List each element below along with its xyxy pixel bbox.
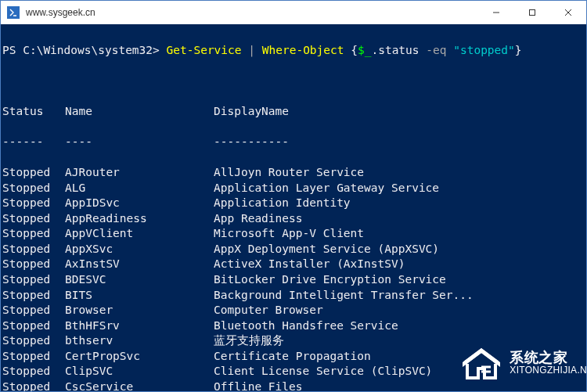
dash-status: ------ [2, 135, 65, 150]
cell-name: AppXSvc [65, 242, 214, 257]
watermark-text: 系统之家 XITONGZHIJIA.N [510, 351, 587, 376]
svg-rect-1 [530, 10, 535, 16]
cell-name: AppReadiness [65, 211, 214, 227]
variable: $_ [358, 44, 371, 56]
cmdlet-get-service: Get-Service [167, 44, 242, 56]
cell-status: Stopped [2, 242, 65, 257]
table-row: StoppedAppReadinessApp Readiness [2, 211, 585, 227]
cell-name: Browser [65, 303, 214, 318]
cell-name: AppIDSvc [65, 196, 214, 211]
cell-status: Stopped [2, 333, 65, 349]
minimize-button[interactable] [478, 1, 514, 24]
string-literal: "stopped" [453, 44, 515, 56]
cell-status: Stopped [2, 165, 65, 181]
terminal-pane[interactable]: PS C:\Windows\system32> Get-Service | Wh… [1, 24, 586, 391]
cell-display: BitLocker Drive Encryption Service [214, 272, 446, 288]
table-row: StoppedAJRouterAllJoyn Router Service [2, 165, 585, 181]
table-row: StoppedAppXSvcAppX Deployment Service (A… [2, 242, 585, 257]
maximize-button[interactable] [514, 1, 550, 24]
cell-display: Client License Service (ClipSVC) [214, 364, 432, 379]
cell-status: Stopped [2, 379, 65, 391]
watermark-en: XITONGZHIJIA.N [510, 365, 587, 376]
cell-status: Stopped [2, 318, 65, 334]
cell-name: CertPropSvc [65, 349, 214, 365]
cell-name: AppVClient [65, 226, 214, 242]
powershell-window: www.sysgeek.cn PS C:\Windows\system32> G… [0, 0, 587, 392]
cmdlet-where-object: Where-Object [262, 44, 344, 56]
table-row: StoppedAppVClientMicrosoft App-V Client [2, 226, 585, 242]
watermark-cn: 系统之家 [510, 351, 587, 366]
table-row: StoppedBDESVCBitLocker Drive Encryption … [2, 272, 585, 288]
close-button[interactable] [550, 1, 586, 24]
cell-display: Application Layer Gateway Service [214, 181, 439, 196]
cell-display: Application Identity [214, 196, 351, 211]
cell-name: CscService [65, 379, 214, 391]
blank-line [2, 74, 585, 89]
cell-name: AJRouter [65, 165, 214, 181]
brace-open: { [344, 44, 358, 56]
cell-status: Stopped [2, 272, 65, 288]
header-row: StatusNameDisplayName [2, 104, 585, 120]
table-row: StoppedBthHFSrvBluetooth Handsfree Servi… [2, 318, 585, 334]
operator-eq: -eq [426, 44, 453, 56]
header-name: Name [65, 104, 214, 120]
header-status: Status [2, 104, 65, 120]
cell-status: Stopped [2, 303, 65, 318]
cell-display: ActiveX Installer (AxInstSV) [214, 257, 405, 272]
cell-status: Stopped [2, 211, 65, 227]
table-row: StoppedAppIDSvcApplication Identity [2, 196, 585, 211]
cell-name: BITS [65, 288, 214, 304]
cell-status: Stopped [2, 364, 65, 379]
cell-display: Bluetooth Handsfree Service [214, 318, 398, 334]
cell-status: Stopped [2, 181, 65, 196]
table-row: StoppedAxInstSVActiveX Installer (AxInst… [2, 257, 585, 272]
cell-display: Certificate Propagation [214, 349, 371, 365]
cell-status: Stopped [2, 288, 65, 304]
pipe-operator: | [242, 44, 262, 56]
table-row: StoppedBrowserComputer Browser [2, 303, 585, 318]
table-row: StoppedBITSBackground Intelligent Transf… [2, 288, 585, 304]
house-icon [459, 345, 503, 381]
dash-name: ---- [65, 135, 214, 150]
watermark: 系统之家 XITONGZHIJIA.N [459, 345, 587, 381]
cell-display: AppX Deployment Service (AppXSVC) [214, 242, 439, 257]
prompt-path: PS C:\Windows\system32> [2, 44, 167, 56]
cell-name: ClipSVC [65, 364, 214, 379]
cell-name: bthserv [65, 333, 214, 349]
prompt-line: PS C:\Windows\system32> Get-Service | Wh… [2, 43, 585, 59]
brace-close: } [515, 44, 522, 56]
cell-status: Stopped [2, 349, 65, 365]
cell-display: Offline Files [214, 379, 303, 391]
cell-name: AxInstSV [65, 257, 214, 272]
property-access: .status [371, 44, 426, 56]
window-controls [478, 1, 586, 24]
cell-display: App Readiness [214, 211, 303, 227]
cell-name: BDESVC [65, 272, 214, 288]
cell-status: Stopped [2, 257, 65, 272]
cell-display: 蓝牙支持服务 [214, 333, 284, 349]
powershell-icon [7, 6, 20, 19]
window-title: www.sysgeek.cn [26, 7, 478, 18]
cell-status: Stopped [2, 226, 65, 242]
cell-display: Microsoft App-V Client [214, 226, 364, 242]
table-row: StoppedALGApplication Layer Gateway Serv… [2, 181, 585, 196]
cell-display: Computer Browser [214, 303, 323, 318]
cell-status: Stopped [2, 196, 65, 211]
titlebar[interactable]: www.sysgeek.cn [1, 1, 586, 24]
cell-name: BthHFSrv [65, 318, 214, 334]
cell-display: Background Intelligent Transfer Ser... [214, 288, 474, 304]
header-display: DisplayName [214, 104, 289, 120]
dash-row: --------------------- [2, 135, 585, 150]
cell-name: ALG [65, 181, 214, 196]
cell-display: AllJoyn Router Service [214, 165, 364, 181]
dash-display: ----------- [214, 135, 289, 150]
table-row: StoppedCscServiceOffline Files [2, 379, 585, 391]
